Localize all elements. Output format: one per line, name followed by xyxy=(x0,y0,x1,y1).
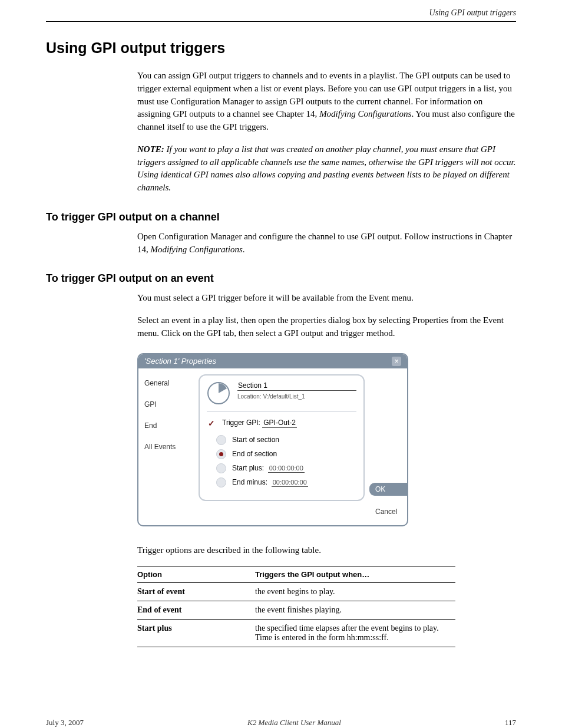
radio-label-start: Start of section xyxy=(232,436,279,444)
location-value: V:/default/List_1 xyxy=(263,393,305,400)
header-rule xyxy=(46,21,516,22)
page-footer: July 3, 2007 K2 Media Client User Manual… xyxy=(46,718,516,727)
end-minus-label: End minus: xyxy=(232,478,267,486)
heading-gpi-output: Using GPI output triggers xyxy=(46,39,516,57)
table-row: Start of event the event begins to play. xyxy=(137,583,455,601)
table-row: Start plus the specified time elapses af… xyxy=(137,620,455,647)
properties-dialog: 'Section 1' Properties × General GPI End… xyxy=(137,353,408,526)
radio-start-of-section[interactable]: Start of section xyxy=(216,435,356,445)
channel-italic: Modifying Configurations xyxy=(151,245,243,254)
radio-icon[interactable] xyxy=(216,477,226,487)
trigger-gpi-row[interactable]: ✓ Trigger GPI: GPI-Out-2 xyxy=(207,419,356,428)
footer-date: July 3, 2007 xyxy=(46,718,84,727)
tabs-column: General GPI End All Events xyxy=(138,368,194,525)
opt-cell: End of event xyxy=(137,601,255,620)
channel-after: . xyxy=(243,245,245,254)
options-intro: Trigger options are described in the fol… xyxy=(137,544,516,557)
intro-paragraph: You can assign GPI output triggers to ch… xyxy=(137,70,516,134)
radio-icon[interactable] xyxy=(216,435,226,445)
heading-trigger-channel: To trigger GPI output on a channel xyxy=(46,211,516,223)
location-label: Location: xyxy=(237,393,262,400)
intro-italic: Modifying Configurations xyxy=(319,109,411,118)
close-icon[interactable]: × xyxy=(392,357,401,366)
tab-end[interactable]: End xyxy=(138,419,191,432)
channel-para: Open Configuration Manager and configure… xyxy=(137,230,516,256)
heading-trigger-event: To trigger GPI output on an event xyxy=(46,272,516,285)
desc-cell: the event finishes playing. xyxy=(255,601,455,620)
running-header: Using GPI output triggers xyxy=(46,6,516,18)
trigger-label: Trigger GPI: xyxy=(222,419,260,427)
tab-general[interactable]: General xyxy=(138,377,191,390)
check-icon[interactable]: ✓ xyxy=(207,419,216,428)
event-para-2: Select an event in a play list, then ope… xyxy=(137,314,516,340)
opt-cell: Start of event xyxy=(137,583,255,601)
tab-gpi[interactable]: GPI xyxy=(138,398,191,411)
radio-label-end: End of section xyxy=(232,450,277,458)
gpi-panel: Section 1 Location: V:/default/List_1 ✓ … xyxy=(199,374,365,501)
radio-end-minus[interactable]: End minus: 00:00:00:00 xyxy=(216,477,356,487)
section-name-field[interactable]: Section 1 xyxy=(237,381,356,391)
table-row: End of event the event finishes playing. xyxy=(137,601,455,620)
event-para-1: You must select a GPI trigger before it … xyxy=(137,292,516,305)
ok-button[interactable]: OK xyxy=(369,483,407,496)
tab-all-events[interactable]: All Events xyxy=(138,440,191,453)
radio-start-plus[interactable]: Start plus: 00:00:00:00 xyxy=(216,463,356,473)
opt-cell: Start plus xyxy=(137,620,255,647)
trigger-options-table: Option Triggers the GPI output when… Sta… xyxy=(137,566,455,647)
radio-end-of-section[interactable]: End of section xyxy=(216,449,356,459)
table-header-option: Option xyxy=(137,566,255,583)
desc-cell: the event begins to play. xyxy=(255,583,455,601)
table-header-desc: Triggers the GPI output when… xyxy=(255,566,455,583)
note-text: If you want to play a list that was crea… xyxy=(137,144,515,192)
end-minus-time-field[interactable]: 00:00:00:00 xyxy=(272,479,308,487)
radio-icon-selected[interactable] xyxy=(216,449,226,459)
radio-icon[interactable] xyxy=(216,463,226,473)
location-line: Location: V:/default/List_1 xyxy=(237,393,356,400)
cancel-button[interactable]: Cancel xyxy=(369,505,407,518)
start-plus-time-field[interactable]: 00:00:00:00 xyxy=(268,465,305,473)
dialog-title: 'Section 1' Properties xyxy=(144,357,216,365)
start-plus-label: Start plus: xyxy=(232,464,264,472)
footer-title: K2 Media Client User Manual xyxy=(247,718,341,727)
note-label: NOTE: xyxy=(137,144,164,154)
footer-page-number: 117 xyxy=(505,718,516,727)
note-paragraph: NOTE: If you want to play a list that wa… xyxy=(137,143,516,195)
section-pie-icon xyxy=(207,381,230,405)
trigger-value-field[interactable]: GPI-Out-2 xyxy=(262,419,297,428)
desc-cell: the specified time elapses after the eve… xyxy=(255,620,455,647)
dialog-titlebar: 'Section 1' Properties × xyxy=(138,354,407,368)
